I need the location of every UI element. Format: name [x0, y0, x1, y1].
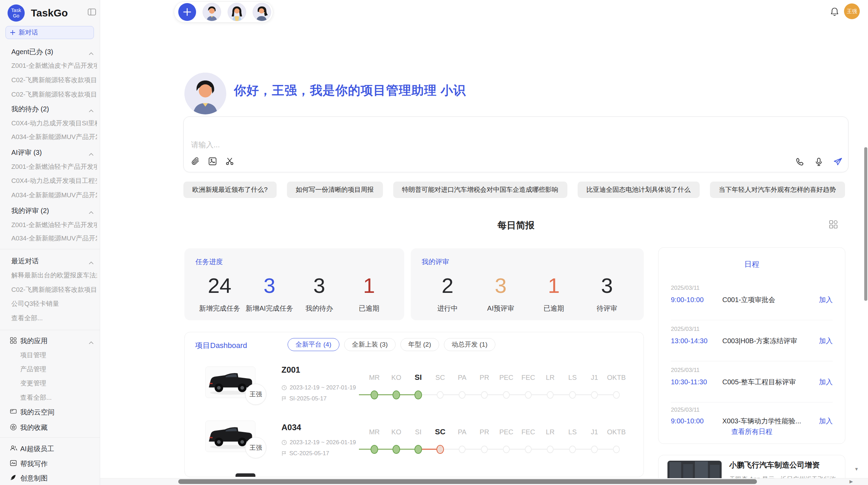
sidebar-item-favorites[interactable]: 我的收藏	[20, 423, 96, 432]
sidebar-item[interactable]: A034-全新新能源MUV产品开发项目计划变更表编写	[11, 132, 97, 142]
milestone-pr: PR	[473, 427, 495, 453]
favorites-icon	[10, 424, 17, 431]
milestone-pec: PEC	[495, 373, 517, 399]
tab-new-platform[interactable]: 全新平台 (4)	[288, 338, 339, 351]
recent-item[interactable]: 公司Q3轻卡销量	[11, 299, 97, 309]
layout-grid-icon[interactable]	[829, 220, 838, 230]
milestone-j1: J1	[583, 373, 605, 399]
suggestion-chip[interactable]: 特朗普可能对进口汽车增税会对中国车企造成哪些影响	[393, 182, 567, 198]
add-agent-button[interactable]	[178, 3, 196, 21]
app-item-change-mgmt[interactable]: 变更管理	[20, 378, 96, 388]
project-date-range: 2023-12-19 ~ 2026-01-19	[281, 439, 356, 446]
sidebar-item-creative-drawing[interactable]: 创意制图	[20, 473, 96, 483]
project-dashboard-card: 项目Dashboard 全新平台 (4) 全新上装 (3) 年型 (2) 动总开…	[184, 332, 644, 477]
apps-grid-icon	[10, 337, 17, 344]
tab-year-model[interactable]: 年型 (2)	[400, 338, 439, 351]
sidebar-item-my-apps[interactable]: 我的应用	[20, 336, 96, 346]
milestone-mr: MR	[363, 373, 385, 399]
plus-icon	[183, 8, 192, 16]
notifications-bell-icon[interactable]	[830, 7, 839, 18]
stat-new-ai-done: 3新增AI完成任务	[244, 272, 294, 314]
stat-in-progress: 2进行中	[421, 272, 474, 314]
scroll-down-arrow[interactable]: ▼	[854, 467, 859, 471]
suggestion-chip[interactable]: 欧洲新规最近颁布了什么?	[183, 182, 277, 198]
chevron-up-icon[interactable]	[89, 260, 94, 263]
milestone-fec: FEC	[517, 427, 539, 453]
recent-item[interactable]: 解释最新出台的欧盟报废车法规再生塑料比例被调至15%...	[11, 271, 97, 280]
recent-item[interactable]: C02-飞腾新能源轻客改款项目的闭环通告反馈情况	[11, 285, 97, 295]
agent-avatar[interactable]	[228, 3, 246, 21]
agent-switcher	[174, 1, 273, 23]
composer-send-tools	[795, 157, 843, 166]
event-name: X003-车辆动力学性能验...	[722, 415, 801, 426]
sidebar-item[interactable]: C02-飞腾新能源轻客改款项目立项汇报方案	[11, 90, 97, 99]
new-chat-button[interactable]: 新对话	[5, 26, 94, 39]
tab-powertrain[interactable]: 动总开发 (1)	[444, 338, 496, 351]
voice-call-icon[interactable]	[795, 157, 805, 166]
horizontal-scrollbar[interactable]	[178, 479, 757, 484]
agent-avatar[interactable]	[253, 3, 271, 21]
project-code[interactable]: Z001	[281, 365, 300, 375]
microphone-icon[interactable]	[814, 157, 823, 166]
scroll-right-arrow[interactable]: ▶	[849, 479, 853, 484]
new-chat-label: 新对话	[19, 28, 38, 37]
chat-input-box[interactable]	[183, 116, 848, 172]
sidebar-item[interactable]: C02-飞腾新能源轻客改款项目里程碑画布	[11, 75, 97, 85]
section-title-ai-review: AI评审 (3)	[11, 148, 87, 157]
project-flag-milestone: SC-2025-05-17	[281, 450, 329, 457]
project-flag-milestone: SI-2025-05-17	[281, 395, 327, 402]
app-logo: Task Go	[8, 4, 25, 22]
event-date: 2025/03/11	[671, 284, 700, 292]
suggestion-chip[interactable]: 如何写一份清晰的项目周报	[287, 182, 383, 198]
chevron-up-icon[interactable]	[89, 209, 94, 212]
sidebar-item-writing-helper[interactable]: 帮我写作	[20, 459, 96, 469]
user-avatar[interactable]: 王强	[844, 3, 860, 19]
suggestion-chip[interactable]: 比亚迪全固态电池计划具体说了什么	[578, 182, 700, 198]
join-link[interactable]: 加入	[819, 335, 833, 346]
screenshot-scissors-icon[interactable]	[225, 157, 234, 166]
sidebar-item[interactable]: A034-全新新能源MUV产品开发项目造型可行性评审	[11, 234, 97, 243]
chevron-up-icon[interactable]	[89, 108, 94, 111]
event-time: 13:00-14:30	[671, 335, 708, 346]
apps-view-all[interactable]: 查看全部...	[20, 393, 96, 402]
app-item-product-mgmt[interactable]: 产品管理	[20, 364, 96, 374]
milestone-lr: LR	[539, 427, 561, 453]
vertical-scrollbar[interactable]	[864, 147, 867, 301]
agent-avatar[interactable]	[203, 3, 221, 21]
chat-input-placeholder: 请输入...	[191, 140, 220, 150]
sidebar-item[interactable]: C0X4-动力总成开发项目SI里程碑提交物检查	[11, 119, 97, 128]
milestone-fec: FEC	[517, 373, 539, 399]
tab-new-body[interactable]: 全新上装 (3)	[344, 338, 396, 351]
sidebar-item[interactable]: A034-全新新能源MUV产品开发项目法规符合性评审	[11, 190, 97, 200]
divider	[0, 437, 100, 438]
join-link[interactable]: 加入	[819, 415, 833, 426]
stat-overdue: 1已逾期	[344, 272, 394, 314]
divider	[0, 249, 100, 249]
sidebar-item-cloud-space[interactable]: 我的云空间	[20, 407, 96, 417]
ai-staff-icon	[10, 445, 17, 452]
schedule-event: 9:00-10:00 C001-立项审批会 加入	[671, 294, 833, 305]
sidebar-item[interactable]: C0X4-动力总成开发项目工程变更评审	[11, 176, 97, 186]
project-code[interactable]: A034	[281, 423, 301, 432]
send-icon[interactable]	[833, 157, 843, 166]
chevron-up-icon[interactable]	[89, 339, 94, 343]
my-review-card: 我的评审 2进行中 3AI预评审 1已逾期 3待评审	[411, 248, 644, 320]
join-link[interactable]: 加入	[819, 294, 833, 305]
schedule-event: 13:00-14:30 C003|H0B-方案冻结评审 加入	[671, 335, 833, 346]
stat-review-overdue: 1已逾期	[527, 272, 580, 314]
view-all-schedule-link[interactable]: 查看所有日程	[659, 427, 845, 436]
attachment-icon[interactable]	[191, 157, 200, 166]
sidebar-item[interactable]: Z001-全新燃油轻卡产品开发项目SI节点属性5D文件评审	[11, 220, 97, 230]
sidebar-item[interactable]: Z001-全新燃油皮卡产品开发项目SI节点Lesson Learn报告	[11, 61, 97, 71]
sidebar-item-ai-staff[interactable]: AI超级员工	[20, 444, 96, 453]
image-upload-icon[interactable]	[208, 157, 217, 166]
app-item-project-mgmt[interactable]: 项目管理	[20, 350, 96, 360]
collapse-sidebar-icon[interactable]	[88, 9, 96, 17]
chevron-up-icon[interactable]	[89, 50, 94, 53]
suggestion-chip[interactable]: 当下年轻人对汽车外观有怎样的喜好趋势	[710, 182, 845, 198]
chevron-up-icon[interactable]	[89, 151, 94, 154]
join-link[interactable]: 加入	[819, 376, 833, 387]
creative-drawing-icon	[10, 474, 17, 481]
recent-view-all[interactable]: 查看全部...	[11, 313, 97, 323]
sidebar-item[interactable]: Z001-全新燃油轻卡产品开发项目SI造型提交物评审	[11, 162, 97, 172]
